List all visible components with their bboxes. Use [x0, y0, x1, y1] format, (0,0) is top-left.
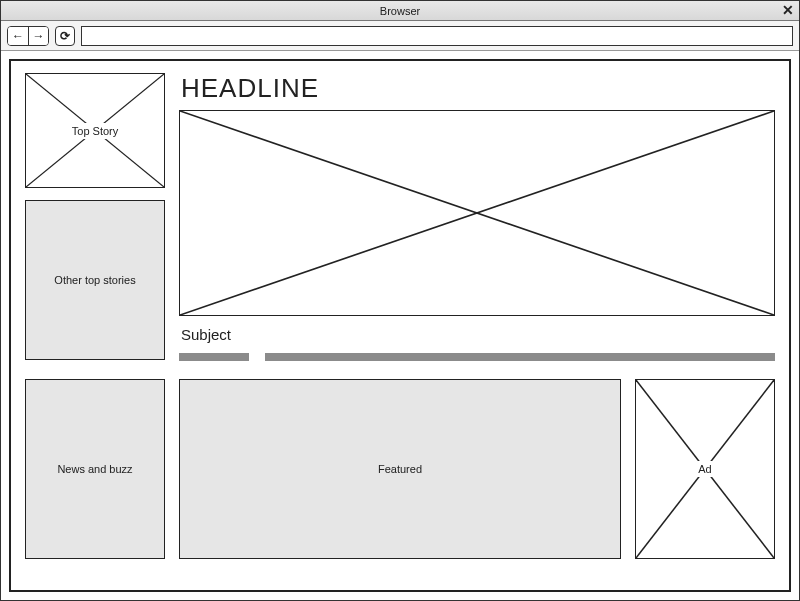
window-title: Browser	[380, 5, 420, 17]
page-content: Top Story Other top stories HEADLINE	[9, 59, 791, 592]
nav-group: ← →	[7, 26, 49, 46]
close-button[interactable]: ✕	[779, 2, 797, 18]
forward-icon: →	[33, 29, 45, 43]
left-column: Top Story Other top stories	[25, 73, 165, 363]
back-button[interactable]: ←	[8, 27, 28, 45]
hero-image[interactable]	[179, 110, 775, 316]
text-bar	[265, 353, 775, 361]
toolbar: ← → ⟳	[1, 21, 799, 51]
browser-window: Browser ✕ ← → ⟳	[0, 0, 800, 601]
back-icon: ←	[12, 29, 24, 43]
featured-panel[interactable]: Featured	[179, 379, 621, 559]
forward-button[interactable]: →	[28, 27, 48, 45]
other-top-stories-label: Other top stories	[54, 274, 135, 286]
reload-button[interactable]: ⟳	[55, 26, 75, 46]
reload-icon: ⟳	[60, 29, 70, 43]
ad-label: Ad	[690, 461, 719, 477]
text-bar	[179, 353, 249, 361]
top-story-label: Top Story	[64, 123, 126, 139]
bottom-row: News and buzz Featured Ad	[25, 379, 775, 559]
news-and-buzz-label: News and buzz	[57, 463, 132, 475]
subject-heading: Subject	[181, 326, 775, 343]
top-row: Top Story Other top stories HEADLINE	[25, 73, 775, 363]
main-column: HEADLINE Subject	[179, 73, 775, 363]
titlebar: Browser ✕	[1, 1, 799, 21]
top-story-image[interactable]: Top Story	[25, 73, 165, 188]
close-icon: ✕	[782, 3, 794, 17]
headline: HEADLINE	[181, 73, 775, 104]
featured-label: Featured	[378, 463, 422, 475]
url-input[interactable]	[81, 26, 793, 46]
image-placeholder-icon	[180, 111, 774, 315]
other-top-stories-panel[interactable]: Other top stories	[25, 200, 165, 360]
body-text-placeholder	[179, 353, 775, 363]
ad-image[interactable]: Ad	[635, 379, 775, 559]
news-and-buzz-panel[interactable]: News and buzz	[25, 379, 165, 559]
